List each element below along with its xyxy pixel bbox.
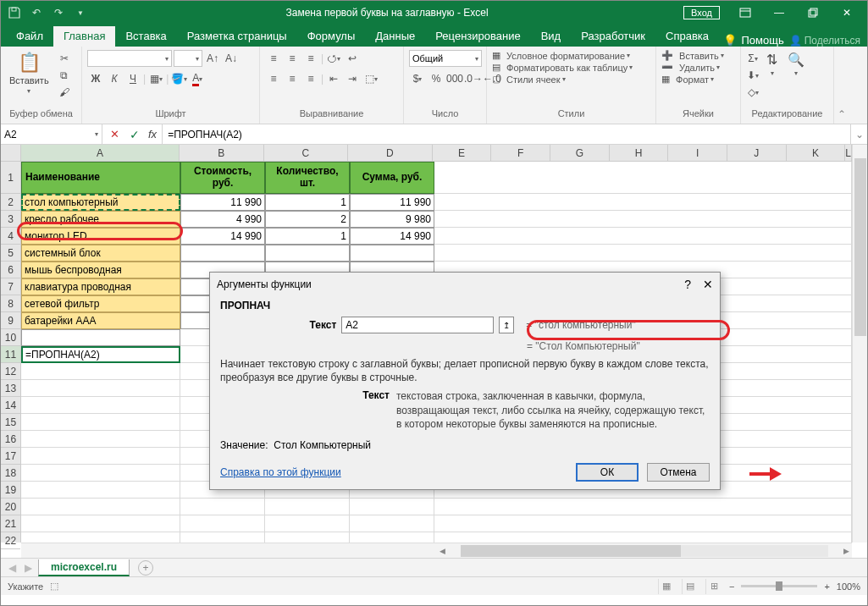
merge-icon[interactable]: ⬚▾ bbox=[362, 70, 379, 87]
row-header-5[interactable]: 5 bbox=[1, 245, 20, 262]
decrease-font-icon[interactable]: A↓ bbox=[223, 50, 240, 67]
align-middle-icon[interactable]: ≡ bbox=[284, 50, 301, 67]
row-header-8[interactable]: 8 bbox=[1, 295, 20, 312]
col-header-B[interactable]: B bbox=[180, 145, 264, 161]
align-top-icon[interactable]: ≡ bbox=[265, 50, 282, 67]
cell-C1[interactable]: Количество, шт. bbox=[265, 162, 350, 194]
sheet-nav-prev-icon[interactable]: ◀ bbox=[6, 562, 19, 574]
tell-me-icon[interactable]: 💡 bbox=[723, 34, 737, 47]
row-header-12[interactable]: 12 bbox=[1, 363, 20, 380]
view-normal-icon[interactable]: ▦ bbox=[658, 579, 675, 594]
zoom-out-icon[interactable]: − bbox=[729, 581, 734, 592]
row-header-2[interactable]: 2 bbox=[1, 194, 20, 211]
cell-styles-button[interactable]: ▢ Стили ячеек▾ bbox=[492, 74, 566, 85]
cell-rest-1[interactable] bbox=[434, 162, 852, 194]
view-page-break-icon[interactable]: ⊞ bbox=[705, 579, 722, 594]
col-header-L[interactable]: L bbox=[845, 145, 852, 161]
increase-indent-icon[interactable]: ⇥ bbox=[344, 70, 361, 87]
col-header-A[interactable]: A bbox=[21, 145, 180, 161]
save-icon[interactable] bbox=[4, 3, 25, 22]
cell-C5[interactable] bbox=[265, 245, 350, 262]
col-header-I[interactable]: I bbox=[668, 145, 727, 161]
borders-icon[interactable]: ▦▾ bbox=[147, 70, 164, 87]
number-format-combo[interactable]: Общий▾ bbox=[409, 50, 482, 67]
orientation-icon[interactable]: ⭯▾ bbox=[325, 50, 342, 67]
row-header-19[interactable]: 19 bbox=[1, 482, 20, 499]
col-header-K[interactable]: K bbox=[787, 145, 846, 161]
cell-C2[interactable]: 1 bbox=[265, 194, 350, 211]
redo-icon[interactable]: ↷ bbox=[48, 3, 69, 22]
row-header-11[interactable]: 11 bbox=[1, 346, 20, 363]
sort-filter-button[interactable]: ⇅▾ bbox=[763, 50, 781, 79]
share-button[interactable]: 👤Поделиться bbox=[789, 35, 860, 47]
cell-A4[interactable]: монитор LED bbox=[21, 228, 180, 245]
fill-icon[interactable]: ⬇▾ bbox=[746, 67, 760, 84]
cell-A3[interactable]: кресло рабочее bbox=[21, 211, 180, 228]
collapse-dialog-icon[interactable]: ↥ bbox=[499, 317, 514, 333]
vertical-scrollbar[interactable] bbox=[852, 145, 867, 543]
dialog-close-icon[interactable]: ✕ bbox=[703, 278, 713, 291]
font-size-combo[interactable]: ▾ bbox=[174, 50, 202, 67]
insert-cells-button[interactable]: ➕ Вставить▾ bbox=[661, 50, 724, 61]
cell-B3[interactable]: 4 990 bbox=[180, 211, 265, 228]
increase-font-icon[interactable]: A↑ bbox=[204, 50, 221, 67]
cell-C3[interactable]: 2 bbox=[265, 211, 350, 228]
conditional-formatting-button[interactable]: ▦ Условное форматирование▾ bbox=[492, 50, 630, 61]
find-select-button[interactable]: 🔍▾ bbox=[784, 50, 808, 79]
row-header-20[interactable]: 20 bbox=[1, 499, 20, 515]
ribbon-display-icon[interactable] bbox=[728, 2, 762, 24]
zoom-slider[interactable] bbox=[741, 585, 817, 587]
format-as-table-button[interactable]: ▤ Форматировать как таблицу▾ bbox=[492, 62, 633, 73]
qat-dropdown-icon[interactable]: ▼ bbox=[70, 3, 91, 22]
cancel-button[interactable]: Отмена bbox=[647, 463, 710, 482]
cell-D1[interactable]: Сумма, руб. bbox=[350, 162, 434, 194]
font-name-combo[interactable]: ▾ bbox=[87, 50, 172, 67]
col-header-F[interactable]: F bbox=[491, 145, 550, 161]
align-right-icon[interactable]: ≡ bbox=[302, 70, 319, 87]
cell-A6[interactable]: мышь беспроводная bbox=[21, 262, 180, 278]
row-header-9[interactable]: 9 bbox=[1, 312, 20, 329]
tab-page-layout[interactable]: Разметка страницы bbox=[177, 26, 297, 47]
col-header-D[interactable]: D bbox=[348, 145, 433, 161]
tab-home[interactable]: Главная bbox=[53, 26, 115, 47]
cell-B4[interactable]: 14 990 bbox=[180, 228, 265, 245]
autosum-icon[interactable]: Σ▾ bbox=[746, 50, 760, 67]
format-painter-icon[interactable]: 🖌 bbox=[56, 84, 73, 101]
font-color-icon[interactable]: A▾ bbox=[189, 70, 206, 87]
cell-D5[interactable] bbox=[350, 245, 434, 262]
tab-insert[interactable]: Вставка bbox=[115, 26, 176, 47]
collapse-ribbon-icon[interactable]: ⌃ bbox=[834, 47, 849, 124]
paste-button[interactable]: 📋 Вставить ▾ bbox=[6, 50, 53, 96]
macro-record-icon[interactable]: ⬚ bbox=[50, 581, 58, 592]
tab-data[interactable]: Данные bbox=[365, 26, 425, 47]
col-header-C[interactable]: C bbox=[264, 145, 349, 161]
cell-A2[interactable]: стол компьютерный bbox=[21, 194, 180, 211]
expand-formula-bar-icon[interactable]: ⌄ bbox=[850, 124, 867, 144]
fx-icon[interactable]: fx bbox=[145, 128, 160, 140]
minimize-icon[interactable]: — bbox=[762, 2, 796, 24]
clear-icon[interactable]: ◇▾ bbox=[746, 84, 760, 101]
align-bottom-icon[interactable]: ≡ bbox=[302, 50, 319, 67]
dialog-arg-input[interactable] bbox=[341, 317, 494, 333]
bold-button[interactable]: Ж bbox=[87, 70, 104, 87]
row-header-10[interactable]: 10 bbox=[1, 329, 20, 346]
cell-A1[interactable]: Наименование bbox=[21, 162, 180, 194]
delete-cells-button[interactable]: ➖ Удалить▾ bbox=[661, 62, 720, 73]
tab-developer[interactable]: Разработчик bbox=[571, 26, 655, 47]
cell-D4[interactable]: 14 990 bbox=[350, 228, 434, 245]
name-box[interactable]: A2▾ bbox=[1, 124, 102, 144]
align-left-icon[interactable]: ≡ bbox=[265, 70, 282, 87]
dialog-help-link[interactable]: Справка по этой функции bbox=[220, 466, 341, 478]
row-header-22[interactable]: 22 bbox=[1, 532, 20, 549]
row-header-7[interactable]: 7 bbox=[1, 278, 20, 295]
decrease-indent-icon[interactable]: ⇤ bbox=[325, 70, 342, 87]
col-header-H[interactable]: H bbox=[610, 145, 669, 161]
dialog-titlebar[interactable]: Аргументы функции ? ✕ bbox=[210, 273, 720, 296]
comma-icon[interactable]: 000 bbox=[446, 70, 463, 87]
ok-button[interactable]: ОК bbox=[576, 463, 639, 482]
dialog-help-icon[interactable]: ? bbox=[684, 278, 691, 291]
format-cells-button[interactable]: ▦ Формат▾ bbox=[661, 74, 714, 85]
tab-view[interactable]: Вид bbox=[531, 26, 572, 47]
sheet-tab-active[interactable]: microexcel.ru bbox=[38, 559, 130, 576]
sheet-nav-next-icon[interactable]: ▶ bbox=[22, 562, 35, 574]
